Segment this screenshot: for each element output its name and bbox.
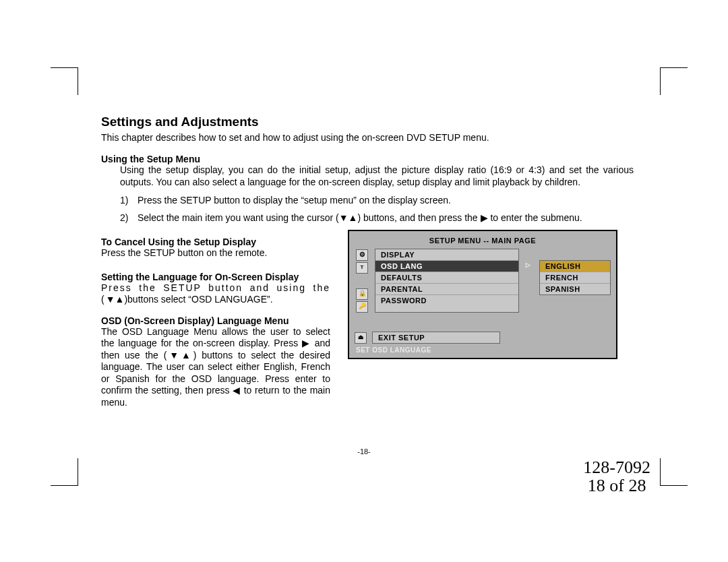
osd-title: SETUP MENU -- MAIN PAGE [355, 235, 611, 249]
down-up-icon: ▼▲ [339, 212, 358, 223]
step-2-num: 2) [120, 212, 135, 223]
osd-icon-exit: ⏏ [355, 332, 367, 344]
step-1: 1) Press the SETUP button to display the… [120, 195, 634, 206]
osd-icon-text: T [356, 262, 368, 274]
section-osdmenu-title: OSD (On-Screen Display) Language Menu [101, 315, 330, 326]
osd-sub-english: ENGLISH [540, 261, 610, 272]
osd-item-osdlang: OSD LANG [375, 261, 518, 272]
section-lang-body: Press the SETUP button and using the (▼▲… [101, 282, 330, 306]
step-2-text-b: ) buttons, and then press the [357, 212, 480, 223]
osd-item-defaults: DEFAULTS [375, 272, 518, 284]
step-1-num: 1) [120, 195, 135, 206]
page-number-mid: -18- [0, 447, 728, 456]
right-icon: ▶ [302, 338, 311, 348]
osd-icon-gear: ⚙ [356, 249, 368, 261]
osd-status: SET OSD LANGUAGE [355, 344, 611, 354]
down-up-icon: ▼▲ [106, 294, 125, 305]
section-osdmenu-body: The OSD Language Menu allows the user to… [101, 326, 330, 409]
intro-text: This chapter describes how to set and ho… [101, 132, 634, 143]
osd-item-parental: PARENTAL [375, 284, 518, 295]
section-using-setup-body: Using the setup display, you can do the … [120, 164, 634, 188]
osd-submenu: ENGLISH FRENCH SPANISH [539, 260, 611, 295]
step-2-text-a: Select the main item you want using the … [138, 212, 339, 223]
osd-icon-key: 🔑 [356, 301, 368, 313]
left-icon: ◀ [233, 385, 241, 396]
osd-sub-spanish: SPANISH [540, 284, 610, 294]
step-2: 2) Select the main item you want using t… [120, 212, 634, 223]
step-2-text-c: to enter the submenu. [488, 212, 582, 223]
osd-screenshot: SETUP MENU -- MAIN PAGE ⚙ T 🔒 🔑 DISPLAY … [348, 230, 617, 359]
section-using-setup-title: Using the Setup Menu [101, 154, 634, 164]
osd-sub-french: FRENCH [540, 272, 610, 284]
osd-icon-lock: 🔒 [356, 288, 368, 300]
section-cancel-title: To Cancel Using the Setup Display [101, 237, 330, 247]
doc-number: 128-7092 18 of 28 [583, 458, 650, 495]
osd-item-display: DISPLAY [375, 249, 518, 261]
osd-item-password: PASSWORD [375, 295, 518, 306]
right-icon: ▶ [481, 212, 488, 223]
osd-arrow-icon: ▷ [524, 249, 534, 313]
page-title: Settings and Adjustments [101, 115, 634, 129]
step-1-text: Press the SETUP button to display the “s… [138, 195, 451, 206]
section-cancel-body: Press the SETUP button on the remote. [101, 247, 330, 259]
doc-number-line2: 18 of 28 [583, 476, 650, 495]
down-up-icon: ▼▲ [166, 350, 193, 361]
osd-exit: EXIT SETUP [372, 332, 500, 344]
section-lang-title: Setting the Language for On-Screen Displ… [101, 272, 330, 282]
doc-number-line1: 128-7092 [583, 458, 650, 476]
osd-main-menu: DISPLAY OSD LANG DEFAULTS PARENTAL PASSW… [375, 249, 519, 313]
